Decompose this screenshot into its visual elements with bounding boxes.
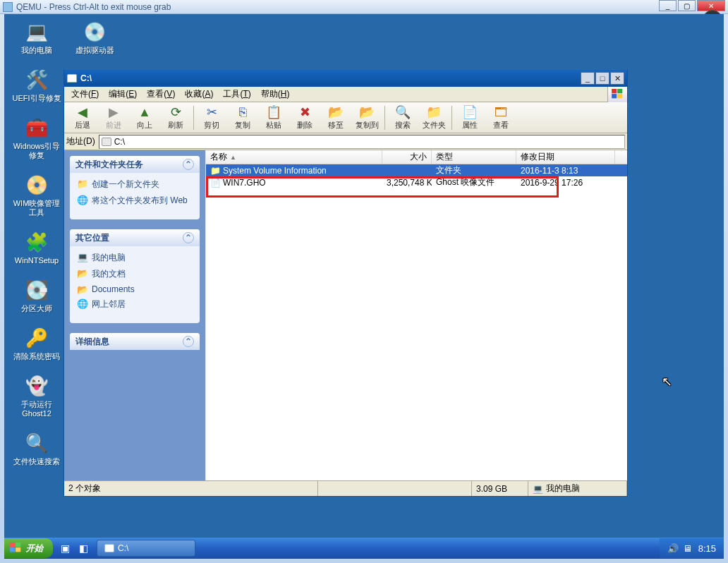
windows-flag-icon bbox=[10, 543, 23, 554]
task-group-files: 文件和文件夹任务 ⌃ 📁创建一个新文件夹🌐将这个文件夹发布到 Web bbox=[70, 156, 200, 219]
icon-label: 分区大师 bbox=[11, 304, 62, 313]
task-item[interactable]: 📁创建一个新文件夹 bbox=[77, 178, 193, 190]
task-icon: 🌐 bbox=[77, 195, 88, 205]
host-titlebar[interactable]: QEMU - Press Ctrl-Alt to exit mouse grab… bbox=[0, 0, 728, 14]
desktop-icon[interactable]: 💻我的电脑 bbox=[11, 20, 62, 55]
delete-icon: ✖ bbox=[300, 104, 310, 120]
table-row[interactable]: 📁System Volume Information文件夹2016-11-3 8… bbox=[206, 164, 627, 176]
windows-logo-icon[interactable] bbox=[607, 87, 627, 102]
folders-button[interactable]: 📁文件夹 bbox=[418, 104, 449, 132]
explorer-close-button[interactable]: ✕ bbox=[610, 72, 624, 85]
explorer-maximize-button[interactable]: □ bbox=[595, 72, 609, 85]
icon-label: UEFI引导修复 bbox=[11, 94, 62, 103]
task-item[interactable]: 🌐网上邻居 bbox=[77, 298, 193, 310]
views-button[interactable]: 🗔查看 bbox=[485, 104, 516, 132]
guest-desktop[interactable]: 💻我的电脑🛠️UEFI引导修复🧰Widnows引导修复📀WIM映像管理工具🧩Wi… bbox=[4, 14, 724, 559]
search-button[interactable]: 🔍搜索 bbox=[387, 104, 418, 132]
arrow-left-icon: ◀ bbox=[78, 104, 87, 120]
start-button[interactable]: 开始 bbox=[4, 538, 53, 558]
desktop-icons-col1: 💻我的电脑🛠️UEFI引导修复🧰Widnows引导修复📀WIM映像管理工具🧩Wi… bbox=[11, 20, 68, 479]
back-button[interactable]: ◀后退 bbox=[67, 104, 98, 132]
explorer-titlebar[interactable]: C:\ _ □ ✕ bbox=[64, 70, 627, 87]
desktop-icon[interactable]: 🧩WinNTSetup bbox=[11, 230, 62, 265]
address-field[interactable]: C:\ bbox=[99, 135, 625, 149]
copyto-button[interactable]: 📂复制到 bbox=[351, 104, 382, 132]
desktop-icon[interactable]: 🛠️UEFI引导修复 bbox=[11, 68, 62, 103]
col-size[interactable]: 大小 bbox=[382, 150, 432, 164]
drive-icon bbox=[67, 74, 77, 83]
svg-rect-1 bbox=[617, 89, 622, 93]
task-item[interactable]: 🌐将这个文件夹发布到 Web bbox=[77, 195, 193, 207]
task-icon: 📁 bbox=[77, 178, 88, 188]
quick-launch-item[interactable]: ▣ bbox=[57, 540, 73, 557]
properties-button[interactable]: 📄属性 bbox=[454, 104, 485, 132]
svg-rect-2 bbox=[612, 94, 617, 98]
task-group-header[interactable]: 详细信息 ⌃ bbox=[70, 333, 200, 350]
taskbar-app-button[interactable]: C:\ bbox=[97, 540, 195, 557]
drive-icon bbox=[104, 544, 114, 552]
host-minimize-button[interactable]: _ bbox=[659, 0, 677, 11]
desktop-icon[interactable]: 💽分区大师 bbox=[11, 278, 62, 313]
icon-label: WIM映像管理工具 bbox=[11, 199, 62, 217]
paste-button[interactable]: 📋粘贴 bbox=[258, 104, 289, 132]
file-icon: 📄 bbox=[210, 178, 220, 188]
desktop-icon[interactable]: 🔍文件快速搜索 bbox=[11, 431, 62, 466]
task-icon: 📂 bbox=[77, 284, 88, 294]
explorer-addressbar: 地址(D) C:\ bbox=[64, 133, 627, 150]
computer-icon: 💻 bbox=[533, 484, 543, 494]
task-item[interactable]: 📂Documents bbox=[77, 284, 193, 294]
svg-rect-6 bbox=[10, 547, 15, 552]
tray-icon[interactable]: 🔊 bbox=[667, 543, 679, 554]
chevron-up-icon: ⌃ bbox=[183, 232, 194, 243]
svg-rect-0 bbox=[612, 89, 617, 93]
menu-item[interactable]: 工具(T) bbox=[218, 86, 255, 102]
col-date[interactable]: 修改日期 bbox=[516, 150, 615, 164]
task-group-header[interactable]: 其它位置 ⌃ bbox=[70, 229, 200, 246]
menu-item[interactable]: 帮助(H) bbox=[256, 86, 295, 102]
task-item[interactable]: 📂我的文档 bbox=[77, 268, 193, 280]
menu-item[interactable]: 文件(F) bbox=[66, 86, 104, 102]
app-icon: 💻 bbox=[25, 20, 49, 44]
app-icon: 🧩 bbox=[25, 230, 49, 254]
app-icon: 🔍 bbox=[25, 431, 49, 455]
chevron-up-icon: ⌃ bbox=[183, 336, 194, 347]
menu-item[interactable]: 编辑(E) bbox=[104, 86, 142, 102]
icon-label: 文件快速搜索 bbox=[11, 457, 62, 466]
explorer-title: C:\ bbox=[80, 73, 92, 83]
arrow-up-icon: ▲ bbox=[138, 104, 151, 120]
explorer-minimize-button[interactable]: _ bbox=[581, 72, 595, 85]
desktop-icon[interactable]: 🧰Widnows引导修复 bbox=[11, 116, 62, 160]
task-group-header[interactable]: 文件和文件夹任务 ⌃ bbox=[70, 156, 200, 173]
tray-icon[interactable]: 🖥 bbox=[683, 543, 692, 554]
icon-label: Widnows引导修复 bbox=[11, 142, 62, 160]
sort-asc-icon: ▲ bbox=[230, 154, 236, 161]
task-pane: 文件和文件夹任务 ⌃ 📁创建一个新文件夹🌐将这个文件夹发布到 Web 其它位置 … bbox=[64, 150, 205, 480]
copy-button[interactable]: ⎘复制 bbox=[227, 104, 258, 132]
explorer-toolbar: ◀后退 ▶前进 ▲向上 ⟳刷新 ✂剪切 ⎘复制 📋粘贴 ✖删除 📂移至 📂复制到… bbox=[64, 102, 627, 133]
desktop-icon[interactable]: 👻手动运行Ghost12 bbox=[11, 374, 62, 418]
refresh-button[interactable]: ⟳刷新 bbox=[160, 104, 191, 132]
delete-button[interactable]: ✖删除 bbox=[289, 104, 320, 132]
table-row[interactable]: 📄WIN7.GHO3,250,748 KBGhost 映像文件2016-9-29… bbox=[206, 176, 627, 188]
menu-item[interactable]: 收藏(A) bbox=[180, 86, 218, 102]
desktop-icon[interactable]: 🔑清除系统密码 bbox=[11, 326, 62, 361]
col-type[interactable]: 类型 bbox=[432, 150, 516, 164]
cut-button[interactable]: ✂剪切 bbox=[196, 104, 227, 132]
moveto-button[interactable]: 📂移至 bbox=[320, 104, 351, 132]
desktop-icon[interactable]: 📀WIM映像管理工具 bbox=[11, 173, 62, 217]
mouse-cursor-icon: ↖ bbox=[662, 374, 672, 389]
quick-launch-item[interactable]: ◧ bbox=[75, 540, 91, 557]
host-maximize-button[interactable]: ▢ bbox=[678, 0, 696, 11]
up-button[interactable]: ▲向上 bbox=[129, 104, 160, 132]
task-icon: 💻 bbox=[77, 252, 88, 262]
icon-label: WinNTSetup bbox=[11, 256, 62, 265]
tray-clock: 8:15 bbox=[698, 543, 716, 554]
system-tray[interactable]: 🔊 🖥 8:15 bbox=[660, 538, 724, 558]
task-item[interactable]: 💻我的电脑 bbox=[77, 252, 193, 264]
app-icon: 👻 bbox=[25, 374, 49, 398]
col-name[interactable]: 名称▲ bbox=[206, 150, 382, 164]
desktop-icon[interactable]: 💿虚拟驱动器 bbox=[69, 20, 120, 55]
menu-item[interactable]: 查看(V) bbox=[142, 86, 180, 102]
status-location: 💻 我的电脑 bbox=[528, 481, 627, 496]
file-rows: 📁System Volume Information文件夹2016-11-3 8… bbox=[206, 164, 627, 480]
